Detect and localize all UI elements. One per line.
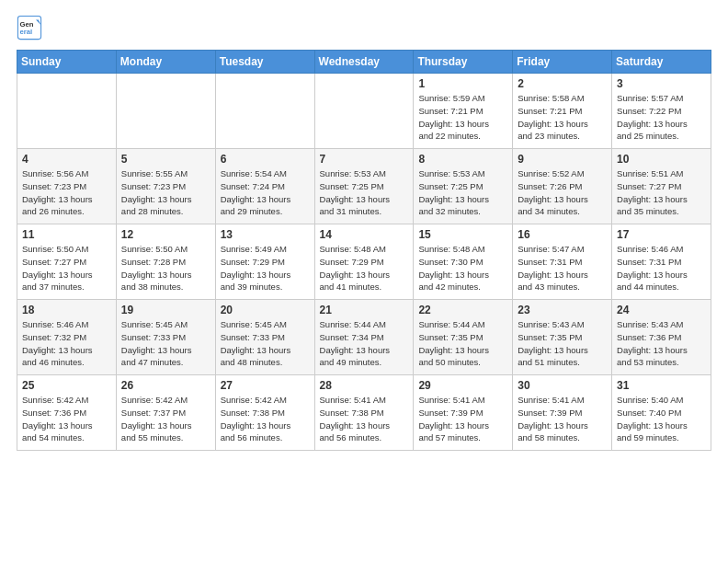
day-number: 12 bbox=[121, 228, 210, 241]
page: Gen eral SundayMondayTuesdayWednesdayThu… bbox=[0, 0, 728, 563]
day-number: 16 bbox=[518, 228, 607, 241]
day-info: Sunrise: 5:42 AM Sunset: 7:38 PM Dayligh… bbox=[221, 394, 310, 444]
day-number: 8 bbox=[418, 153, 507, 166]
calendar-cell: 19Sunrise: 5:45 AM Sunset: 7:33 PM Dayli… bbox=[116, 300, 215, 375]
day-number: 11 bbox=[22, 228, 111, 241]
calendar-cell: 9Sunrise: 5:52 AM Sunset: 7:26 PM Daylig… bbox=[513, 149, 612, 224]
svg-text:eral: eral bbox=[20, 28, 33, 36]
calendar-cell: 3Sunrise: 5:57 AM Sunset: 7:22 PM Daylig… bbox=[612, 74, 711, 149]
day-number: 17 bbox=[617, 228, 706, 241]
day-number: 29 bbox=[418, 379, 507, 392]
day-number: 15 bbox=[418, 228, 507, 241]
day-info: Sunrise: 5:48 AM Sunset: 7:29 PM Dayligh… bbox=[320, 243, 409, 293]
day-info: Sunrise: 5:42 AM Sunset: 7:37 PM Dayligh… bbox=[121, 394, 210, 444]
calendar-cell: 8Sunrise: 5:53 AM Sunset: 7:25 PM Daylig… bbox=[414, 149, 513, 224]
day-info: Sunrise: 5:56 AM Sunset: 7:23 PM Dayligh… bbox=[22, 167, 111, 218]
day-info: Sunrise: 5:54 AM Sunset: 7:24 PM Dayligh… bbox=[221, 167, 310, 218]
day-info: Sunrise: 5:41 AM Sunset: 7:39 PM Dayligh… bbox=[518, 394, 607, 444]
day-number: 21 bbox=[320, 304, 409, 316]
svg-text:Gen: Gen bbox=[20, 20, 34, 29]
day-number: 26 bbox=[121, 379, 210, 392]
calendar-week-row: 25Sunrise: 5:42 AM Sunset: 7:36 PM Dayli… bbox=[17, 375, 711, 451]
day-number: 14 bbox=[320, 228, 409, 241]
day-info: Sunrise: 5:53 AM Sunset: 7:25 PM Dayligh… bbox=[418, 167, 507, 218]
calendar-cell bbox=[314, 74, 414, 149]
calendar-cell: 2Sunrise: 5:58 AM Sunset: 7:21 PM Daylig… bbox=[513, 74, 612, 149]
day-info: Sunrise: 5:55 AM Sunset: 7:23 PM Dayligh… bbox=[121, 167, 210, 218]
calendar-cell bbox=[17, 74, 117, 149]
calendar-week-row: 4Sunrise: 5:56 AM Sunset: 7:23 PM Daylig… bbox=[17, 149, 711, 224]
calendar-cell: 14Sunrise: 5:48 AM Sunset: 7:29 PM Dayli… bbox=[314, 224, 414, 300]
calendar-week-row: 11Sunrise: 5:50 AM Sunset: 7:27 PM Dayli… bbox=[17, 224, 711, 300]
day-info: Sunrise: 5:44 AM Sunset: 7:34 PM Dayligh… bbox=[320, 318, 409, 369]
weekday-header: Monday bbox=[116, 51, 215, 74]
calendar-cell: 10Sunrise: 5:51 AM Sunset: 7:27 PM Dayli… bbox=[612, 149, 711, 224]
calendar-cell: 5Sunrise: 5:55 AM Sunset: 7:23 PM Daylig… bbox=[116, 149, 215, 224]
calendar-week-row: 1Sunrise: 5:59 AM Sunset: 7:21 PM Daylig… bbox=[17, 74, 711, 149]
day-info: Sunrise: 5:49 AM Sunset: 7:29 PM Dayligh… bbox=[221, 243, 310, 293]
day-info: Sunrise: 5:52 AM Sunset: 7:26 PM Dayligh… bbox=[518, 167, 607, 218]
weekday-header: Thursday bbox=[414, 51, 513, 74]
calendar-cell: 18Sunrise: 5:46 AM Sunset: 7:32 PM Dayli… bbox=[17, 300, 117, 375]
calendar-cell: 24Sunrise: 5:43 AM Sunset: 7:36 PM Dayli… bbox=[612, 300, 711, 375]
calendar: SundayMondayTuesdayWednesdayThursdayFrid… bbox=[17, 50, 711, 451]
day-info: Sunrise: 5:50 AM Sunset: 7:28 PM Dayligh… bbox=[121, 243, 210, 293]
calendar-cell: 17Sunrise: 5:46 AM Sunset: 7:31 PM Dayli… bbox=[612, 224, 711, 300]
day-number: 23 bbox=[518, 304, 607, 316]
day-info: Sunrise: 5:47 AM Sunset: 7:31 PM Dayligh… bbox=[518, 243, 607, 293]
day-info: Sunrise: 5:43 AM Sunset: 7:35 PM Dayligh… bbox=[518, 318, 607, 369]
calendar-cell: 31Sunrise: 5:40 AM Sunset: 7:40 PM Dayli… bbox=[612, 375, 711, 451]
calendar-cell: 6Sunrise: 5:54 AM Sunset: 7:24 PM Daylig… bbox=[215, 149, 314, 224]
calendar-week-row: 18Sunrise: 5:46 AM Sunset: 7:32 PM Dayli… bbox=[17, 300, 711, 375]
logo: Gen eral bbox=[17, 15, 46, 40]
day-number: 24 bbox=[617, 304, 706, 316]
calendar-cell: 26Sunrise: 5:42 AM Sunset: 7:37 PM Dayli… bbox=[116, 375, 215, 451]
calendar-cell: 21Sunrise: 5:44 AM Sunset: 7:34 PM Dayli… bbox=[314, 300, 414, 375]
day-info: Sunrise: 5:51 AM Sunset: 7:27 PM Dayligh… bbox=[617, 167, 706, 218]
calendar-cell: 1Sunrise: 5:59 AM Sunset: 7:21 PM Daylig… bbox=[414, 74, 513, 149]
day-number: 6 bbox=[221, 153, 310, 166]
calendar-cell: 22Sunrise: 5:44 AM Sunset: 7:35 PM Dayli… bbox=[414, 300, 513, 375]
calendar-cell: 30Sunrise: 5:41 AM Sunset: 7:39 PM Dayli… bbox=[513, 375, 612, 451]
calendar-cell: 11Sunrise: 5:50 AM Sunset: 7:27 PM Dayli… bbox=[17, 224, 117, 300]
day-number: 31 bbox=[617, 379, 706, 392]
day-info: Sunrise: 5:40 AM Sunset: 7:40 PM Dayligh… bbox=[617, 394, 706, 444]
day-number: 10 bbox=[617, 153, 706, 166]
day-number: 18 bbox=[22, 304, 111, 316]
day-info: Sunrise: 5:53 AM Sunset: 7:25 PM Dayligh… bbox=[320, 167, 409, 218]
calendar-cell: 23Sunrise: 5:43 AM Sunset: 7:35 PM Dayli… bbox=[513, 300, 612, 375]
weekday-header: Tuesday bbox=[215, 51, 314, 74]
day-number: 1 bbox=[418, 77, 507, 90]
day-info: Sunrise: 5:58 AM Sunset: 7:21 PM Dayligh… bbox=[518, 92, 607, 143]
calendar-cell: 29Sunrise: 5:41 AM Sunset: 7:39 PM Dayli… bbox=[414, 375, 513, 451]
day-info: Sunrise: 5:45 AM Sunset: 7:33 PM Dayligh… bbox=[121, 318, 210, 369]
day-info: Sunrise: 5:42 AM Sunset: 7:36 PM Dayligh… bbox=[22, 394, 111, 444]
day-number: 3 bbox=[617, 77, 706, 90]
day-number: 13 bbox=[221, 228, 310, 241]
day-number: 22 bbox=[418, 304, 507, 316]
day-number: 28 bbox=[320, 379, 409, 392]
weekday-header: Saturday bbox=[612, 51, 711, 74]
weekday-header: Wednesday bbox=[314, 51, 414, 74]
day-info: Sunrise: 5:44 AM Sunset: 7:35 PM Dayligh… bbox=[418, 318, 507, 369]
day-number: 30 bbox=[518, 379, 607, 392]
day-number: 20 bbox=[221, 304, 310, 316]
calendar-cell: 15Sunrise: 5:48 AM Sunset: 7:30 PM Dayli… bbox=[414, 224, 513, 300]
day-info: Sunrise: 5:45 AM Sunset: 7:33 PM Dayligh… bbox=[221, 318, 310, 369]
day-number: 19 bbox=[121, 304, 210, 316]
calendar-header-row: SundayMondayTuesdayWednesdayThursdayFrid… bbox=[17, 51, 711, 74]
day-number: 9 bbox=[518, 153, 607, 166]
day-number: 2 bbox=[518, 77, 607, 90]
day-number: 25 bbox=[22, 379, 111, 392]
day-info: Sunrise: 5:41 AM Sunset: 7:38 PM Dayligh… bbox=[320, 394, 409, 444]
calendar-cell: 13Sunrise: 5:49 AM Sunset: 7:29 PM Dayli… bbox=[215, 224, 314, 300]
header: Gen eral bbox=[17, 15, 711, 40]
day-number: 5 bbox=[121, 153, 210, 166]
logo-icon: Gen eral bbox=[17, 15, 42, 40]
day-info: Sunrise: 5:57 AM Sunset: 7:22 PM Dayligh… bbox=[617, 92, 706, 143]
day-number: 4 bbox=[22, 153, 111, 166]
day-info: Sunrise: 5:41 AM Sunset: 7:39 PM Dayligh… bbox=[418, 394, 507, 444]
weekday-header: Friday bbox=[513, 51, 612, 74]
day-info: Sunrise: 5:43 AM Sunset: 7:36 PM Dayligh… bbox=[617, 318, 706, 369]
day-info: Sunrise: 5:48 AM Sunset: 7:30 PM Dayligh… bbox=[418, 243, 507, 293]
